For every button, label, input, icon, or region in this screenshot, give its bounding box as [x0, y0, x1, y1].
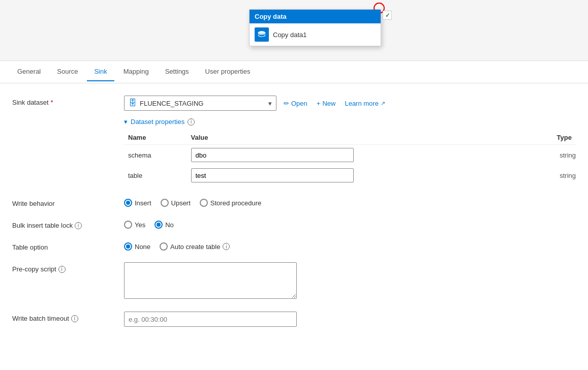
table-option-label: Table option	[12, 240, 124, 251]
write-behavior-control: Insert Upsert Stored procedure	[124, 197, 576, 207]
top-bar: Copy data ✓ Copy data1	[0, 0, 588, 61]
write-batch-timeout-info-icon[interactable]: i	[71, 315, 78, 322]
tab-mapping[interactable]: Mapping	[116, 63, 156, 81]
bulk-insert-radio-group: Yes No	[124, 219, 576, 229]
database-icon-svg	[257, 30, 266, 39]
tab-source[interactable]: Source	[50, 63, 85, 81]
bulk-insert-row: Bulk insert table lock i Yes No	[12, 219, 576, 229]
dataset-properties: ▾ Dataset properties i Name Value Type	[124, 118, 576, 186]
table-option-control: None Auto create table i	[124, 240, 576, 251]
db-icon	[255, 27, 269, 42]
write-behavior-label: Write behavior	[12, 197, 124, 207]
radio-yes-circle	[124, 221, 132, 229]
new-link[interactable]: + New	[315, 100, 338, 107]
pre-copy-info-icon[interactable]: i	[58, 266, 66, 273]
db-icon-small: 🗄	[129, 99, 137, 108]
bulk-insert-info-icon[interactable]: i	[75, 222, 82, 229]
schema-input[interactable]	[191, 148, 354, 162]
popup-header: Copy data ✓	[250, 10, 381, 23]
radio-none-label: None	[135, 243, 150, 251]
write-batch-timeout-input[interactable]	[124, 312, 297, 327]
svg-point-0	[258, 31, 265, 34]
col-value-header: Value	[187, 131, 530, 145]
radio-auto-create-circle	[160, 242, 168, 251]
radio-stored-proc-circle	[200, 199, 208, 207]
radio-no-label: No	[165, 221, 174, 229]
prop-value-schema	[187, 145, 530, 166]
plus-icon: +	[317, 100, 321, 107]
sink-dataset-control: 🗄 FLUENCE_STAGING ▾ ✏ Open + New Learn m…	[124, 96, 576, 186]
prop-type-schema: string	[530, 145, 576, 166]
bulk-insert-yes[interactable]: Yes	[124, 221, 145, 229]
radio-yes-label: Yes	[135, 221, 145, 229]
radio-insert-circle	[124, 199, 132, 207]
ds-properties-table: Name Value Type schema string	[124, 131, 576, 186]
prop-name-table: table	[124, 165, 187, 186]
learn-more-label: Learn more	[345, 100, 378, 107]
write-batch-timeout-label: Write batch timeout i	[12, 312, 124, 322]
prop-value-table	[187, 165, 530, 186]
ds-properties-info-icon[interactable]: i	[188, 118, 195, 126]
sink-dataset-label: Sink dataset *	[12, 96, 124, 106]
col-name-header: Name	[124, 131, 187, 145]
write-batch-timeout-row: Write batch timeout i	[12, 312, 576, 327]
write-behavior-insert[interactable]: Insert	[124, 199, 151, 207]
radio-insert-label: Insert	[135, 199, 151, 207]
write-batch-timeout-control	[124, 312, 576, 327]
learn-more-link[interactable]: Learn more ↗	[343, 100, 387, 107]
ds-properties-toggle[interactable]: ▾ Dataset properties i	[124, 118, 576, 126]
chevron-down-icon-props: ▾	[124, 118, 128, 126]
radio-upsert-label: Upsert	[171, 199, 191, 207]
write-behavior-stored-procedure[interactable]: Stored procedure	[200, 199, 261, 207]
table-input[interactable]	[191, 168, 354, 182]
pre-copy-label: Pre-copy script i	[12, 262, 124, 273]
popup-title: Copy data	[255, 13, 287, 20]
tabs-bar: General Source Sink Mapping Settings Use…	[0, 61, 588, 83]
radio-no-circle	[154, 221, 163, 229]
ds-properties-label: Dataset properties	[131, 118, 184, 126]
table-option-radio-group: None Auto create table i	[124, 240, 576, 251]
external-link-icon: ↗	[381, 100, 385, 107]
write-behavior-radio-group: Insert Upsert Stored procedure	[124, 197, 576, 207]
required-marker: *	[51, 99, 53, 106]
tab-settings[interactable]: Settings	[158, 63, 196, 81]
bulk-insert-control: Yes No	[124, 219, 576, 229]
pencil-icon: ✏	[284, 100, 289, 107]
bulk-insert-label: Bulk insert table lock i	[12, 219, 124, 229]
bulk-insert-no[interactable]: No	[154, 221, 174, 229]
new-label: New	[322, 100, 335, 107]
main-content: Sink dataset * 🗄 FLUENCE_STAGING ▾ ✏ Ope…	[0, 83, 588, 370]
checkmark-badge: ✓	[383, 11, 392, 20]
popup-item-label: Copy data1	[273, 31, 307, 39]
auto-create-info-icon[interactable]: i	[223, 243, 230, 250]
popup-body: Copy data1	[250, 23, 381, 46]
tab-general[interactable]: General	[10, 63, 48, 81]
tab-user-properties[interactable]: User properties	[198, 63, 258, 81]
radio-none-circle	[124, 242, 132, 251]
table-option-auto-create[interactable]: Auto create table i	[160, 242, 230, 251]
table-row: schema string	[124, 145, 576, 166]
open-label: Open	[291, 100, 307, 107]
copy-data-popup: Copy data ✓ Copy data1	[249, 9, 381, 46]
write-behavior-row: Write behavior Insert Upsert Stored proc…	[12, 197, 576, 207]
prop-name-schema: schema	[124, 145, 187, 166]
pre-copy-row: Pre-copy script i	[12, 262, 576, 300]
radio-stored-proc-label: Stored procedure	[210, 199, 261, 207]
col-type-header: Type	[530, 131, 576, 145]
prop-type-table: string	[530, 165, 576, 186]
radio-auto-create-label: Auto create table	[170, 243, 220, 251]
chevron-down-icon: ▾	[268, 100, 272, 107]
table-option-row: Table option None Auto create table i	[12, 240, 576, 251]
table-option-none[interactable]: None	[124, 242, 150, 251]
pre-copy-control	[124, 262, 576, 300]
write-behavior-upsert[interactable]: Upsert	[161, 199, 191, 207]
pre-copy-textarea[interactable]	[124, 262, 297, 299]
table-row: table string	[124, 165, 576, 186]
tab-sink[interactable]: Sink	[87, 63, 114, 81]
dataset-dropdown[interactable]: 🗄 FLUENCE_STAGING ▾	[124, 96, 276, 111]
open-link[interactable]: ✏ Open	[282, 100, 310, 107]
sink-dataset-input-row: 🗄 FLUENCE_STAGING ▾ ✏ Open + New Learn m…	[124, 96, 576, 111]
dataset-value: FLUENCE_STAGING	[140, 100, 203, 107]
sink-dataset-row: Sink dataset * 🗄 FLUENCE_STAGING ▾ ✏ Ope…	[12, 96, 576, 186]
radio-upsert-circle	[161, 199, 169, 207]
